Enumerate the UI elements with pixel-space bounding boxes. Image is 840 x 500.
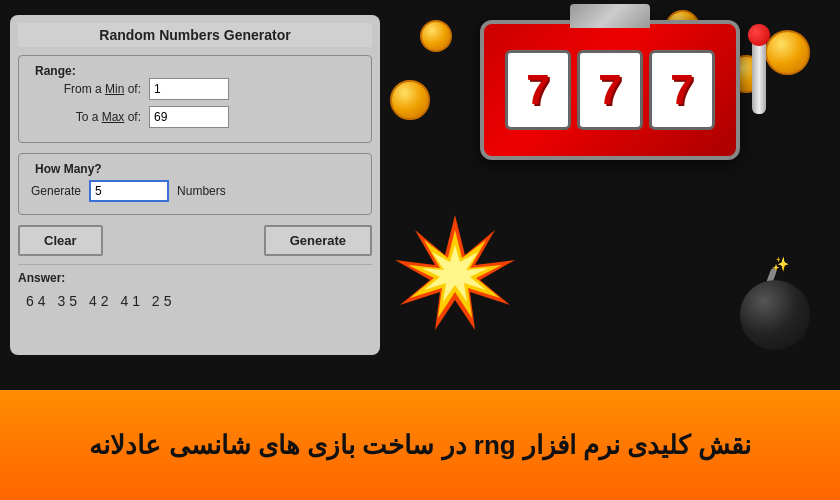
right-section: 7 7 7 ✨ — [370, 0, 840, 390]
slot-window-2: 7 — [577, 50, 643, 130]
slot-arm-ball — [748, 24, 770, 46]
slot-windows: 7 7 7 — [497, 42, 723, 138]
answer-section: Answer: 64 35 42 41 25 — [18, 264, 372, 313]
coin-4 — [390, 80, 430, 120]
min-input[interactable] — [149, 78, 229, 100]
max-row: To a Max of: — [31, 106, 359, 128]
buttons-row: Clear Generate — [18, 225, 372, 256]
min-row: From a Min of: — [31, 78, 359, 100]
min-label: From a Min of: — [31, 82, 141, 96]
coin-5 — [420, 20, 452, 52]
generate-row: Generate Numbers — [31, 176, 359, 206]
slot-machine: 7 7 7 — [480, 20, 760, 220]
how-many-input[interactable] — [89, 180, 169, 202]
generate-prefix-label: Generate — [31, 184, 81, 198]
main-container: Random Numbers Generator Range: From a M… — [0, 0, 840, 500]
max-input[interactable] — [149, 106, 229, 128]
top-section: Random Numbers Generator Range: From a M… — [0, 0, 840, 390]
numbers-suffix-label: Numbers — [177, 184, 226, 198]
bottom-section: نقش کلیدی نرم افزار rng در ساخت بازی های… — [0, 390, 840, 500]
answer-label: Answer: — [18, 271, 372, 285]
bomb-spark: ✨ — [772, 256, 789, 272]
bomb-body — [740, 280, 810, 350]
slot-window-1: 7 — [505, 50, 571, 130]
generate-button[interactable]: Generate — [264, 225, 372, 256]
range-group: Range: From a Min of: To a Max of: — [18, 55, 372, 143]
answer-numbers: 64 35 42 41 25 — [18, 289, 372, 313]
max-label: To a Max of: — [31, 110, 141, 124]
how-many-group: How Many? Generate Numbers — [18, 153, 372, 215]
bomb-icon: ✨ — [730, 260, 820, 350]
explosion-icon — [390, 210, 520, 340]
coin-1 — [765, 30, 810, 75]
slot-body: 7 7 7 — [480, 20, 740, 160]
rng-panel: Random Numbers Generator Range: From a M… — [10, 15, 380, 355]
bottom-text: نقش کلیدی نرم افزار rng در ساخت بازی های… — [89, 430, 750, 461]
clear-button[interactable]: Clear — [18, 225, 103, 256]
slot-arm — [752, 34, 766, 114]
rng-title: Random Numbers Generator — [18, 23, 372, 47]
how-many-legend: How Many? — [31, 162, 359, 176]
range-legend: Range: — [31, 64, 359, 78]
slot-window-3: 7 — [649, 50, 715, 130]
slot-top — [570, 4, 650, 28]
